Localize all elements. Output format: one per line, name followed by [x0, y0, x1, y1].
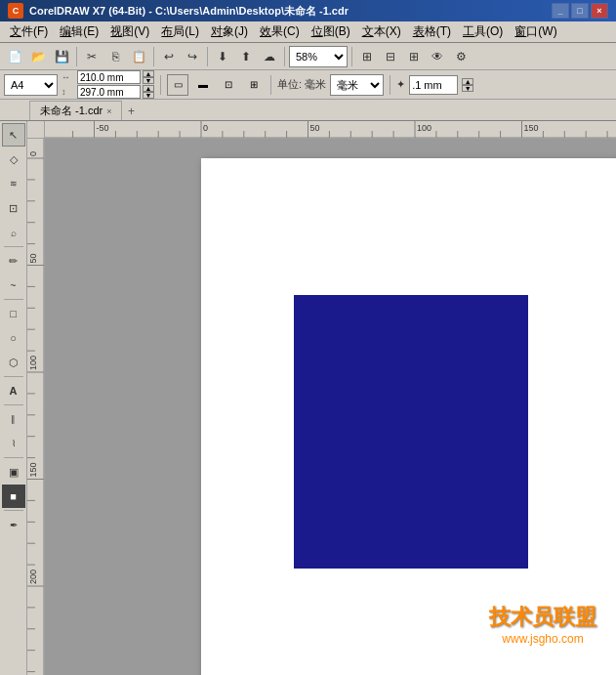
- blue-rectangle[interactable]: [294, 295, 528, 569]
- save-button[interactable]: 💾: [51, 46, 72, 67]
- cut-button[interactable]: ✂: [81, 46, 103, 67]
- view-icon: 👁: [431, 50, 443, 63]
- pointer-tool[interactable]: ↖: [2, 123, 25, 147]
- menu-file[interactable]: 文件(F): [4, 21, 54, 42]
- unit-combo[interactable]: 毫米: [330, 74, 384, 96]
- shape-tool[interactable]: ◇: [2, 148, 25, 171]
- unit-label: 单位: 毫米: [277, 77, 326, 92]
- watermark: 技术员联盟 www.jsgho.com: [489, 603, 596, 646]
- ruler-h-canvas: [45, 121, 616, 139]
- separator1: [76, 47, 77, 66]
- zoom-tool[interactable]: ⌕: [2, 221, 25, 244]
- close-button[interactable]: ×: [591, 3, 608, 19]
- crop-tool[interactable]: ⊡: [2, 196, 25, 220]
- export-button[interactable]: ⬆: [235, 46, 257, 67]
- open-button[interactable]: 📂: [27, 46, 49, 67]
- grid-icon: ⊞: [409, 50, 419, 63]
- separator5: [351, 47, 352, 66]
- undo-button[interactable]: ↩: [158, 46, 180, 67]
- view-button[interactable]: 👁: [427, 46, 448, 67]
- width-row: ↔ ▲ ▼: [62, 70, 154, 84]
- nudge-spinner[interactable]: ▲ ▼: [462, 78, 473, 92]
- ellipse-tool[interactable]: ○: [2, 326, 25, 350]
- ruler-horizontal: [45, 121, 616, 139]
- fill-tool[interactable]: ▣: [2, 460, 25, 484]
- menu-tools[interactable]: 工具(O): [457, 21, 509, 42]
- main-area: ↖ ◇ ≋ ⊡ ⌕ ✏ ~ □ ○ ⬡ A ∥ ⌇ ▣ ■ ✒: [0, 121, 616, 675]
- canvas-area[interactable]: 技术员联盟 www.jsgho.com: [45, 139, 616, 675]
- new-button[interactable]: 📄: [4, 46, 25, 67]
- paste-button[interactable]: 📋: [128, 46, 149, 67]
- tool-sep3: [4, 376, 23, 377]
- zoom-combo[interactable]: 58%: [289, 46, 348, 67]
- all-pages-button[interactable]: ⊞: [243, 74, 265, 96]
- menu-object[interactable]: 对象(J): [205, 21, 254, 42]
- current-page-button[interactable]: ⊡: [218, 74, 239, 96]
- property-bar: A4 ↔ ▲ ▼ ↕ ▲ ▼ ▭ ▬ ⊡ ⊞ 单位: [0, 70, 616, 100]
- page-size-combo[interactable]: A4: [4, 74, 58, 96]
- separator3: [207, 47, 208, 66]
- tab-close-button[interactable]: ×: [106, 106, 111, 116]
- grid-button[interactable]: ⊞: [403, 46, 425, 67]
- height-spinner[interactable]: ▲ ▼: [143, 85, 154, 99]
- tab-bar: 未命名 -1.cdr × +: [0, 100, 616, 121]
- menu-text[interactable]: 文本(X): [356, 21, 407, 42]
- menu-edit[interactable]: 编辑(E): [54, 21, 104, 42]
- app-icon: C: [8, 3, 23, 19]
- landscape-button[interactable]: ▬: [192, 74, 214, 96]
- window-controls[interactable]: _ □ ×: [552, 3, 608, 19]
- watermark-line2: www.jsgho.com: [489, 632, 596, 646]
- add-tab-button[interactable]: +: [122, 103, 140, 120]
- menu-bitmap[interactable]: 位图(B): [306, 21, 356, 42]
- options-button[interactable]: ⚙: [450, 46, 472, 67]
- width-down[interactable]: ▼: [143, 77, 154, 84]
- width-up[interactable]: ▲: [143, 70, 154, 77]
- doc-tab-1[interactable]: 未命名 -1.cdr ×: [29, 101, 122, 120]
- width-input[interactable]: [77, 70, 141, 84]
- cut-icon: ✂: [87, 50, 97, 63]
- options-icon: ⚙: [456, 50, 467, 63]
- text-tool[interactable]: A: [2, 379, 25, 402]
- menu-bar: 文件(F) 编辑(E) 视图(V) 布局(L) 对象(J) 效果(C) 位图(B…: [0, 21, 616, 43]
- smart-fill-tool[interactable]: ■: [2, 485, 25, 508]
- polygon-tool[interactable]: ⬡: [2, 351, 25, 374]
- width-spinner[interactable]: ▲ ▼: [143, 70, 154, 84]
- publish-icon: ☁: [264, 50, 275, 63]
- snap-button[interactable]: ⊞: [356, 46, 378, 67]
- maximize-button[interactable]: □: [571, 3, 589, 19]
- snap-icon: ⊞: [362, 50, 372, 63]
- menu-table[interactable]: 表格(T): [407, 21, 457, 42]
- eyedropper-tool[interactable]: ✒: [2, 513, 25, 536]
- artistic-tool[interactable]: ~: [2, 274, 25, 297]
- separator4: [284, 47, 285, 66]
- portrait-button[interactable]: ▭: [167, 74, 188, 96]
- publish-button[interactable]: ☁: [259, 46, 280, 67]
- copy-button[interactable]: ⎘: [104, 46, 126, 67]
- menu-effects[interactable]: 效果(C): [254, 21, 306, 42]
- menu-view[interactable]: 视图(V): [104, 21, 155, 42]
- nudge-down[interactable]: ▼: [462, 85, 473, 92]
- menu-layout[interactable]: 布局(L): [155, 21, 205, 42]
- rectangle-tool[interactable]: □: [2, 302, 25, 325]
- redo-button[interactable]: ↪: [182, 46, 203, 67]
- nudge-up[interactable]: ▲: [462, 78, 473, 85]
- save-icon: 💾: [55, 50, 69, 63]
- menu-window[interactable]: 窗口(W): [509, 21, 562, 42]
- watermark-line1: 技术员联盟: [489, 603, 596, 632]
- height-input[interactable]: [77, 85, 141, 99]
- height-up[interactable]: ▲: [143, 85, 154, 92]
- portrait-icon: ▭: [174, 79, 183, 90]
- height-down[interactable]: ▼: [143, 92, 154, 99]
- guides-button[interactable]: ⊟: [380, 46, 401, 67]
- connector-tool[interactable]: ⌇: [2, 432, 25, 455]
- parallel-tool[interactable]: ∥: [2, 407, 25, 431]
- nudge-input[interactable]: [409, 75, 458, 95]
- freehand-tool[interactable]: ✏: [2, 249, 25, 273]
- guides-icon: ⊟: [386, 50, 395, 63]
- main-toolbar: 📄 📂 💾 ✂ ⎘ 📋 ↩ ↪ ⬇ ⬆ ☁ 58% ⊞ ⊟ ⊞ 👁 ⚙: [0, 43, 616, 70]
- document-page[interactable]: [201, 158, 616, 675]
- minimize-button[interactable]: _: [552, 3, 569, 19]
- current-page-icon: ⊡: [225, 79, 232, 90]
- import-button[interactable]: ⬇: [212, 46, 233, 67]
- smear-tool[interactable]: ≋: [2, 172, 25, 195]
